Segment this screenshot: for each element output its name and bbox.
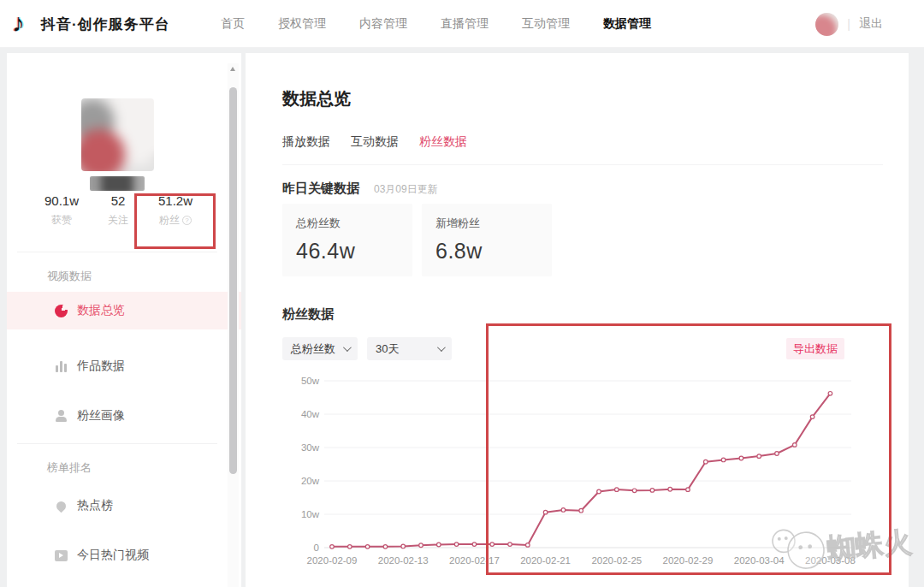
- svg-text:50w: 50w: [301, 376, 320, 386]
- key-data-heading: 昨日关键数据: [282, 181, 359, 197]
- sidebar: 90.1w 获赞 52 关注 51.2w 粉丝 ? 视频数据 数据总览 作品: [7, 53, 241, 587]
- range-dropdown-value: 30天: [376, 341, 399, 357]
- info-icon[interactable]: ?: [182, 216, 192, 225]
- sidebar-item-label: 数据总览: [77, 303, 125, 318]
- svg-text:2020-02-29: 2020-02-29: [663, 555, 714, 566]
- tab-play-data[interactable]: 播放数据: [282, 134, 330, 150]
- svg-text:0: 0: [314, 543, 319, 553]
- profile-stats: 90.1w 获赞 52 关注 51.2w 粉丝 ?: [7, 193, 228, 241]
- top-nav: 首页 授权管理 内容管理 直播管理 互动管理 数据管理: [221, 0, 651, 48]
- page-title: 数据总览: [282, 87, 351, 110]
- chevron-down-icon: [437, 343, 446, 352]
- header-right: | 退出: [815, 0, 883, 48]
- sidebar-item-label: 热点榜: [77, 498, 113, 513]
- card-label: 新增粉丝: [435, 216, 538, 231]
- bar-chart-icon: [56, 361, 67, 372]
- sidebar-divider: [17, 252, 217, 252]
- card-value: 6.8w: [435, 239, 538, 264]
- sidebar-scrollbar[interactable]: [228, 63, 239, 587]
- fans-chart-area: 010w20w30w40w50w2020-02-092020-02-132020…: [287, 372, 877, 582]
- data-tabs: 播放数据 互动数据 粉丝数据: [282, 134, 467, 150]
- sidebar-item-label: 作品数据: [77, 359, 125, 374]
- logout-button[interactable]: 退出: [859, 16, 883, 32]
- pie-chart-icon: [55, 305, 68, 317]
- svg-text:2020-02-09: 2020-02-09: [307, 555, 358, 566]
- stat-followers: 51.2w 粉丝 ?: [144, 193, 207, 228]
- stat-followers-label: 粉丝: [159, 213, 180, 228]
- top-header: ♪ 抖音·创作服务平台 首页 授权管理 内容管理 直播管理 互动管理 数据管理 …: [0, 0, 924, 48]
- stat-likes-value: 90.1w: [30, 193, 93, 208]
- card-value: 46.4w: [296, 239, 399, 264]
- svg-text:2020-02-21: 2020-02-21: [520, 555, 571, 566]
- sidebar-item-hot-list[interactable]: 热点榜: [7, 487, 228, 525]
- nav-item-data[interactable]: 数据管理: [603, 16, 651, 32]
- stat-likes-label: 获赞: [51, 213, 72, 228]
- fans-section-heading: 粉丝数据: [282, 306, 334, 323]
- stat-following-value: 52: [86, 193, 150, 208]
- sidebar-item-label: 粉丝画像: [77, 408, 125, 424]
- svg-text:2020-03-04: 2020-03-04: [734, 555, 785, 566]
- tab-fan-data[interactable]: 粉丝数据: [419, 134, 467, 150]
- stat-likes: 90.1w 获赞: [30, 193, 93, 228]
- card-total-fans: 总粉丝数 46.4w: [282, 204, 412, 276]
- card-label: 总粉丝数: [296, 216, 399, 231]
- nav-item-authorization[interactable]: 授权管理: [278, 16, 326, 32]
- stat-following: 52 关注: [86, 193, 150, 228]
- svg-text:2020-02-17: 2020-02-17: [449, 555, 500, 566]
- nav-item-live[interactable]: 直播管理: [441, 16, 489, 32]
- page: ♪ 抖音·创作服务平台 首页 授权管理 内容管理 直播管理 互动管理 数据管理 …: [0, 0, 924, 587]
- metric-dropdown[interactable]: 总粉丝数: [282, 337, 358, 360]
- section-title-rankings: 榜单排名: [47, 460, 92, 476]
- main-content: 数据总览 播放数据 互动数据 粉丝数据 昨日关键数据 03月09日更新 总粉丝数…: [246, 53, 909, 587]
- range-dropdown[interactable]: 30天: [367, 337, 452, 360]
- key-data-updated: 03月09日更新: [374, 182, 438, 197]
- sidebar-item-label: 今日热门视频: [77, 548, 149, 563]
- header-divider: |: [847, 17, 850, 31]
- tab-interaction-data[interactable]: 互动数据: [351, 134, 399, 150]
- chevron-down-icon: [343, 343, 352, 352]
- flame-icon: [54, 499, 68, 513]
- sidebar-item-fan-portrait[interactable]: 粉丝画像: [7, 397, 228, 435]
- scrollbar-up-arrow-icon[interactable]: [230, 67, 235, 71]
- section-title-video-data: 视频数据: [47, 269, 92, 284]
- svg-text:2020-02-13: 2020-02-13: [378, 555, 429, 566]
- tabs-divider: [282, 164, 883, 165]
- profile-name-blurred: [90, 176, 145, 191]
- video-icon: [55, 550, 68, 561]
- svg-text:2020-03-08: 2020-03-08: [805, 555, 856, 566]
- sidebar-item-works-data[interactable]: 作品数据: [7, 347, 228, 385]
- person-icon: [55, 410, 68, 422]
- svg-text:2020-02-25: 2020-02-25: [591, 555, 642, 566]
- nav-item-content[interactable]: 内容管理: [359, 16, 407, 32]
- svg-text:20w: 20w: [301, 476, 320, 486]
- brand-title: 抖音·创作服务平台: [41, 15, 170, 34]
- svg-text:40w: 40w: [301, 409, 320, 419]
- profile-avatar: [81, 98, 154, 171]
- metric-dropdown-value: 总粉丝数: [291, 341, 335, 357]
- douyin-logo-icon: ♪: [12, 9, 25, 37]
- svg-text:30w: 30w: [301, 442, 320, 453]
- fans-line-chart: 010w20w30w40w50w2020-02-092020-02-132020…: [287, 372, 877, 582]
- stat-following-label: 关注: [108, 213, 128, 228]
- stat-followers-value: 51.2w: [144, 193, 207, 208]
- svg-text:10w: 10w: [301, 509, 320, 519]
- sidebar-item-hot-videos[interactable]: 今日热门视频: [7, 537, 228, 574]
- scrollbar-thumb[interactable]: [229, 87, 237, 474]
- sidebar-item-data-overview[interactable]: 数据总览: [7, 292, 241, 329]
- nav-item-interaction[interactable]: 互动管理: [522, 16, 570, 32]
- sidebar-divider: [17, 443, 217, 444]
- export-data-button[interactable]: 导出数据: [786, 338, 844, 359]
- user-avatar[interactable]: [815, 13, 838, 36]
- nav-item-home[interactable]: 首页: [221, 16, 245, 32]
- card-new-fans: 新增粉丝 6.8w: [422, 204, 552, 276]
